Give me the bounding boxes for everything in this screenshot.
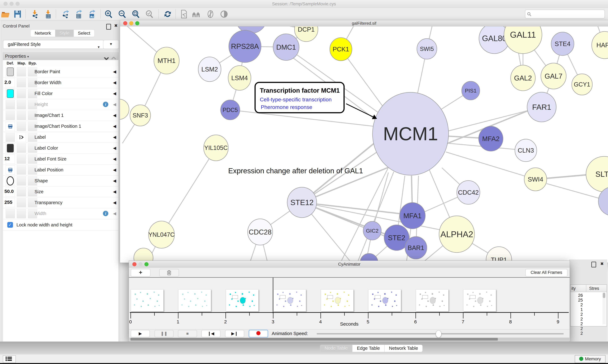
collapse-row-icon[interactable]: ◀ <box>113 80 116 85</box>
tick-label: 7 <box>462 319 464 325</box>
zoom-out-icon[interactable] <box>118 10 126 18</box>
hide-details-icon[interactable] <box>206 10 215 18</box>
properties-header[interactable]: Properties ▾ <box>3 52 118 60</box>
table-scrollbar[interactable] <box>602 293 606 324</box>
zoom-selected-icon[interactable] <box>145 10 153 18</box>
property-row-fill-color[interactable]: Fill Color◀ <box>3 88 118 99</box>
frame-thumbnail-7[interactable] <box>463 289 496 312</box>
frame-thumbnail-1[interactable] <box>178 289 211 312</box>
save-session-icon[interactable] <box>13 10 22 18</box>
export-image-icon[interactable] <box>87 10 96 18</box>
property-row-width[interactable]: Widthi◀ <box>3 208 118 219</box>
property-row-height[interactable]: Heighti◀ <box>3 99 118 110</box>
search-input[interactable] <box>525 10 605 18</box>
property-row-label-font-size[interactable]: 12Label Font Size◀ <box>3 154 118 165</box>
collapse-row-icon[interactable]: ◀ <box>113 156 116 161</box>
tab-edge-table[interactable]: Edge Table <box>352 345 385 352</box>
add-frame-button[interactable]: + <box>131 269 151 277</box>
delete-frame-button[interactable] <box>159 269 179 277</box>
zoom-in-icon[interactable] <box>104 10 113 18</box>
frame-thumbnail-2[interactable] <box>226 289 259 312</box>
collapse-row-icon[interactable]: ◀ <box>113 211 116 216</box>
tab-network[interactable]: Network <box>30 30 55 37</box>
record-button[interactable] <box>249 330 268 337</box>
property-row-image-chart-position-1[interactable]: Image/Chart Position 1◀ <box>3 121 118 132</box>
property-row-label[interactable]: Label◀ <box>3 132 118 143</box>
frame-thumbnail-5[interactable] <box>368 289 401 312</box>
show-details-icon[interactable] <box>220 10 228 18</box>
svg-text:MFA2: MFA2 <box>482 135 499 143</box>
frame-thumbnail-6[interactable] <box>416 289 449 312</box>
table-column-headers[interactable]: ity Stres <box>570 285 607 292</box>
collapse-row-icon[interactable]: ◀ <box>113 113 116 118</box>
property-row-label-color[interactable]: Label Color◀ <box>3 143 118 154</box>
collapse-row-icon[interactable]: ◀ <box>113 102 116 107</box>
cyanimator-title: CyAnimator <box>129 262 570 267</box>
import-table-icon[interactable] <box>44 10 52 18</box>
property-row-label-position[interactable]: Label Position◀ <box>3 165 118 176</box>
property-row-border-width[interactable]: 2.0Border Width◀ <box>3 77 118 88</box>
style-selector-dropdown[interactable]: galFiltered Style ▼ <box>3 40 104 49</box>
stop-button[interactable]: ■ <box>178 330 197 337</box>
zoom-fit-icon[interactable] <box>131 10 140 18</box>
play-button[interactable]: ▶ <box>131 330 150 337</box>
tick-label: 5 <box>367 319 369 325</box>
search-icon <box>527 12 532 17</box>
collapse-row-icon[interactable]: ◀ <box>113 189 116 194</box>
frame-thumbnail-4[interactable] <box>321 289 354 312</box>
clear-all-frames-button[interactable]: Clear All Frames <box>525 269 567 277</box>
close-panel-icon[interactable]: ✖ <box>114 23 118 28</box>
playhead[interactable] <box>273 278 273 313</box>
collapse-row-icon[interactable]: ◀ <box>113 146 116 151</box>
open-session-icon[interactable] <box>1 10 10 18</box>
collapse-row-icon[interactable]: ◀ <box>113 178 116 183</box>
tab-select[interactable]: Select <box>74 30 95 37</box>
network-canvas[interactable]: RPS28BDCP1RPS28ADMC1MTH1LSM2LSM4PCK1SWI5… <box>120 26 608 263</box>
import-network-icon[interactable] <box>30 10 39 18</box>
refresh-icon[interactable] <box>163 10 172 18</box>
animation-speed-label: Animation Speed: <box>272 331 308 336</box>
cyanimator-toolbar: + Clear All Frames <box>129 268 570 278</box>
table-panel-tab-strip: Node TableEdge TableNetwork Table <box>0 341 608 354</box>
memory-button[interactable]: Memory <box>575 355 606 363</box>
property-row-size[interactable]: 50.0Size◀ <box>3 186 118 197</box>
collapse-row-icon[interactable]: ◀ <box>113 124 116 129</box>
task-history-button[interactable] <box>3 355 16 363</box>
tab-network-table[interactable]: Network Table <box>385 345 423 352</box>
animation-speed-thumb[interactable] <box>436 330 442 338</box>
tab-node-table[interactable]: Node Table <box>320 345 352 352</box>
chevron-down-icon: ▼ <box>97 43 100 51</box>
export-network-icon[interactable] <box>61 10 70 18</box>
frame-thumbnail-3[interactable] <box>273 289 306 312</box>
session-title: Session: /Temp/SampleMovie.cys <box>0 1 608 6</box>
collapse-row-icon[interactable]: ◀ <box>113 91 116 96</box>
collapse-row-icon[interactable]: ◀ <box>113 168 116 172</box>
float-panel-icon[interactable] <box>591 262 596 267</box>
collapse-row-icon[interactable]: ◀ <box>113 200 116 205</box>
list-icon <box>5 356 12 362</box>
table-panel: ✖ ity Stres 26252122222 <box>569 260 607 342</box>
cyanimator-titlebar: CyAnimator <box>129 261 570 268</box>
property-row-transparency[interactable]: 255Transparency◀ <box>3 197 118 208</box>
float-panel-icon[interactable] <box>106 24 111 30</box>
close-panel-icon[interactable]: ✖ <box>600 261 604 266</box>
property-row-image-chart-1[interactable]: Image/Chart 1◀ <box>3 110 118 121</box>
property-row-border-paint[interactable]: Border Paint◀ <box>3 66 118 77</box>
lock-size-checkbox[interactable]: ✓ <box>7 222 13 228</box>
pause-button[interactable]: ❚❚ <box>154 330 174 337</box>
collapse-row-icon[interactable]: ◀ <box>113 135 116 140</box>
collapse-row-icon[interactable]: ◀ <box>113 69 116 74</box>
frame-thumbnail-0[interactable] <box>131 289 164 312</box>
svg-text:DMC1: DMC1 <box>276 43 296 51</box>
svg-text:SNF3: SNF3 <box>133 112 148 119</box>
network-from-selection-icon[interactable] <box>180 10 188 18</box>
network-view-window: galFiltered.sif RPS28BDCP1RPS28ADMC1MTH1… <box>120 20 608 263</box>
style-options-button[interactable]: ▼ <box>103 40 119 49</box>
timeline-scrollbar[interactable] <box>129 338 569 341</box>
tab-style[interactable]: Style <box>55 30 74 37</box>
export-table-icon[interactable] <box>74 10 83 18</box>
property-row-shape[interactable]: Shape◀ <box>3 176 118 186</box>
nested-networks-icon[interactable] <box>192 10 200 18</box>
skip-start-button[interactable]: ❙◀ <box>201 330 221 337</box>
skip-end-button[interactable]: ▶❙ <box>225 330 244 337</box>
